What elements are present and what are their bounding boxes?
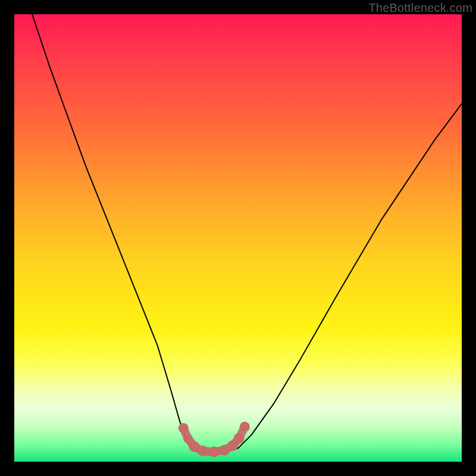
valley-dot xyxy=(178,423,189,433)
bottleneck-curve xyxy=(32,14,462,453)
curve-group xyxy=(32,14,462,453)
plot-area xyxy=(14,14,462,462)
curve-svg xyxy=(14,14,462,462)
valley-dot xyxy=(208,447,219,458)
valley-dot xyxy=(240,422,250,432)
valley-dot xyxy=(183,434,193,443)
valley-dot xyxy=(198,446,208,456)
watermark-text: TheBottleneck.com xyxy=(368,1,472,15)
valley-dot xyxy=(234,433,245,444)
chart-frame: TheBottleneck.com xyxy=(0,0,476,476)
marker-group xyxy=(178,422,250,458)
